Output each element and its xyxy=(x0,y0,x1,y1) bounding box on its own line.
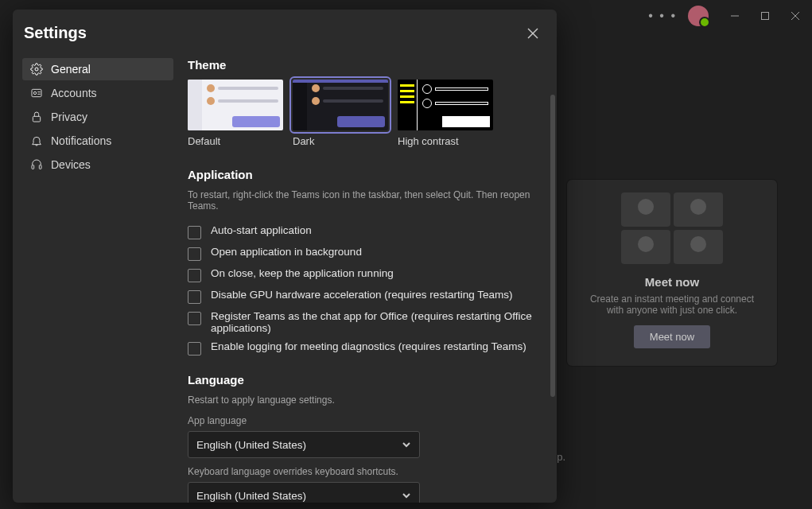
checkbox-label: On close, keep the application running xyxy=(211,267,394,279)
language-note: Restart to apply language settings. xyxy=(188,394,536,406)
theme-heading: Theme xyxy=(188,58,536,72)
theme-preview-dark xyxy=(293,80,388,130)
checkbox-register-chat[interactable]: Register Teams as the chat app for Offic… xyxy=(188,307,536,337)
gear-icon xyxy=(30,63,43,76)
theme-preview-default xyxy=(188,80,283,130)
accounts-icon xyxy=(30,87,43,99)
settings-title: Settings xyxy=(24,24,87,42)
lock-icon xyxy=(30,111,43,123)
svg-point-8 xyxy=(33,91,36,94)
sidebar-item-general[interactable]: General xyxy=(22,58,173,80)
close-button[interactable] xyxy=(525,25,541,41)
theme-label: High contrast xyxy=(398,135,493,147)
window-maximize-button[interactable] xyxy=(752,2,779,29)
application-note: To restart, right-click the Teams icon i… xyxy=(188,189,536,212)
window-minimize-button[interactable] xyxy=(721,2,748,29)
meet-now-button[interactable]: Meet now xyxy=(634,325,710,348)
meet-now-card: Meet now Create an instant meeting and c… xyxy=(567,180,777,366)
svg-rect-11 xyxy=(39,165,41,169)
language-section: Language Restart to apply language setti… xyxy=(188,373,536,503)
app-language-label: App language xyxy=(188,415,536,426)
checkbox-icon xyxy=(188,290,201,304)
theme-preview-high-contrast xyxy=(398,80,493,130)
checkbox-icon xyxy=(188,269,201,282)
theme-option-high-contrast[interactable]: High contrast xyxy=(398,80,493,147)
svg-rect-10 xyxy=(32,165,34,169)
sidebar-item-label: General xyxy=(51,63,91,76)
headset-icon xyxy=(30,158,43,171)
sidebar-item-label: Devices xyxy=(51,158,91,171)
checkbox-label: Disable GPU hardware acceleration (requi… xyxy=(211,289,512,301)
settings-content[interactable]: Theme Default Dark xyxy=(180,47,557,503)
language-heading: Language xyxy=(188,373,536,387)
sidebar-item-label: Accounts xyxy=(51,87,97,99)
chevron-down-icon xyxy=(402,440,411,449)
app-language-select[interactable]: English (United States) xyxy=(188,431,420,458)
checkbox-disable-gpu[interactable]: Disable GPU hardware acceleration (requi… xyxy=(188,286,536,307)
checkbox-icon xyxy=(188,342,201,356)
settings-header: Settings xyxy=(13,10,557,47)
settings-sidebar: General Accounts Privacy Notifications D… xyxy=(13,47,180,503)
theme-options: Default Dark High cont xyxy=(188,80,536,147)
user-avatar[interactable] xyxy=(688,6,709,26)
meet-tiles-illustration xyxy=(621,192,723,264)
more-icon[interactable]: • • • xyxy=(648,9,677,23)
theme-label: Default xyxy=(188,135,283,147)
checkbox-icon xyxy=(188,247,201,261)
keyboard-language-note: Keyboard language overrides keyboard sho… xyxy=(188,466,536,477)
chevron-down-icon xyxy=(402,491,411,500)
select-value: English (United States) xyxy=(196,490,306,502)
checkbox-autostart[interactable]: Auto-start application xyxy=(188,221,536,243)
checkbox-open-bg[interactable]: Open application in background xyxy=(188,243,536,264)
sidebar-item-devices[interactable]: Devices xyxy=(22,153,173,176)
sidebar-item-label: Notifications xyxy=(51,134,111,147)
keyboard-language-select[interactable]: English (United States) xyxy=(188,482,420,503)
sidebar-item-privacy[interactable]: Privacy xyxy=(22,106,173,128)
checkbox-label: Enable logging for meeting diagnostics (… xyxy=(211,340,526,352)
svg-point-6 xyxy=(35,68,38,71)
checkbox-icon xyxy=(188,312,201,325)
sidebar-item-notifications[interactable]: Notifications xyxy=(22,130,173,152)
checkbox-label: Register Teams as the chat app for Offic… xyxy=(211,310,536,334)
meet-now-desc: Create an instant meeting and connect wi… xyxy=(581,293,763,316)
theme-label: Dark xyxy=(293,135,388,147)
checkbox-label: Auto-start application xyxy=(211,224,312,236)
sidebar-item-accounts[interactable]: Accounts xyxy=(22,82,173,104)
checkbox-logging[interactable]: Enable logging for meeting diagnostics (… xyxy=(188,337,536,359)
theme-option-default[interactable]: Default xyxy=(188,80,283,147)
application-section: Application To restart, right-click the … xyxy=(188,168,536,359)
checkbox-keep-running[interactable]: On close, keep the application running xyxy=(188,264,536,286)
meet-now-title: Meet now xyxy=(645,275,699,289)
bell-icon xyxy=(30,134,43,147)
settings-dialog: Settings General Accounts Privacy Notifi… xyxy=(13,10,557,503)
theme-option-dark[interactable]: Dark xyxy=(293,80,388,147)
scrollbar[interactable] xyxy=(550,95,555,498)
checkbox-label: Open application in background xyxy=(211,246,362,258)
svg-rect-9 xyxy=(33,116,40,122)
svg-rect-1 xyxy=(762,13,769,20)
application-heading: Application xyxy=(188,168,536,181)
window-close-button[interactable] xyxy=(782,2,809,29)
sidebar-item-label: Privacy xyxy=(51,111,87,123)
select-value: English (United States) xyxy=(196,439,306,451)
checkbox-icon xyxy=(188,226,201,239)
